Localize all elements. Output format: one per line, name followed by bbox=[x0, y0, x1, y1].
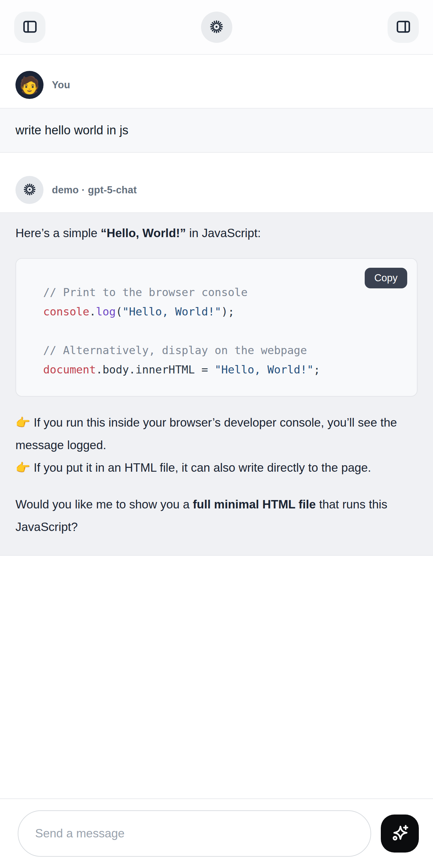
question-bold-text: full minimal HTML file bbox=[193, 498, 316, 511]
code-pre: // Print to the browser consoleconsole.l… bbox=[16, 259, 417, 396]
code-block: Copy // Print to the browser consolecons… bbox=[16, 258, 417, 397]
spark-burst-icon bbox=[208, 19, 225, 36]
tip-line-2: 👉 If you put it in an HTML file, it can … bbox=[16, 457, 417, 479]
intro-bold-text: “Hello, World!” bbox=[101, 226, 186, 240]
assistant-sender-row: demo · gpt-5-chat bbox=[16, 176, 417, 204]
intro-text: Here’s a simple bbox=[16, 226, 101, 240]
code-line bbox=[43, 321, 404, 341]
sidebar-toggle-button[interactable] bbox=[14, 11, 45, 43]
code-content: // Print to the browser consoleconsole.l… bbox=[43, 283, 404, 379]
send-button[interactable] bbox=[381, 814, 419, 852]
question-text: Would you like me to show you a bbox=[16, 498, 193, 511]
user-message-text: write hello world in js bbox=[16, 123, 128, 137]
assistant-tips-paragraph: 👉 If you run this inside your browser’s … bbox=[16, 411, 417, 479]
code-line: // Alternatively, display on the webpage bbox=[43, 341, 404, 360]
panel-left-icon bbox=[22, 19, 38, 36]
sparkle-icon bbox=[389, 823, 410, 845]
app-logo-button[interactable] bbox=[201, 11, 232, 43]
user-avatar: 🧑 bbox=[16, 71, 43, 99]
user-sender-row: 🧑 You bbox=[16, 71, 417, 99]
user-avatar-emoji: 🧑 bbox=[19, 77, 40, 93]
code-line: document.body.innerHTML = "Hello, World!… bbox=[43, 360, 404, 379]
assistant-message: Here’s a simple “Hello, World!” in JavaS… bbox=[0, 212, 433, 556]
tip-line-1: 👉 If you run this inside your browser’s … bbox=[16, 411, 417, 457]
message-input[interactable] bbox=[18, 810, 371, 857]
assistant-question-paragraph: Would you like me to show you a full min… bbox=[16, 493, 417, 538]
code-line: console.log("Hello, World!"); bbox=[43, 302, 404, 321]
user-sender-name: You bbox=[52, 79, 70, 91]
top-bar bbox=[0, 0, 433, 55]
assistant-sender-name: demo · gpt-5-chat bbox=[52, 184, 136, 196]
model-spark-burst-icon bbox=[22, 182, 37, 198]
assistant-intro-paragraph: Here’s a simple “Hello, World!” in JavaS… bbox=[16, 224, 417, 243]
composer-bar bbox=[0, 798, 433, 868]
panel-right-icon bbox=[395, 19, 412, 36]
user-message: write hello world in js bbox=[0, 108, 433, 153]
copy-code-button[interactable]: Copy bbox=[365, 268, 407, 288]
assistant-avatar bbox=[16, 176, 43, 204]
code-line: // Print to the browser console bbox=[43, 283, 404, 302]
intro-text-after: in JavaScript: bbox=[186, 226, 260, 240]
right-panel-toggle-button[interactable] bbox=[388, 11, 419, 43]
